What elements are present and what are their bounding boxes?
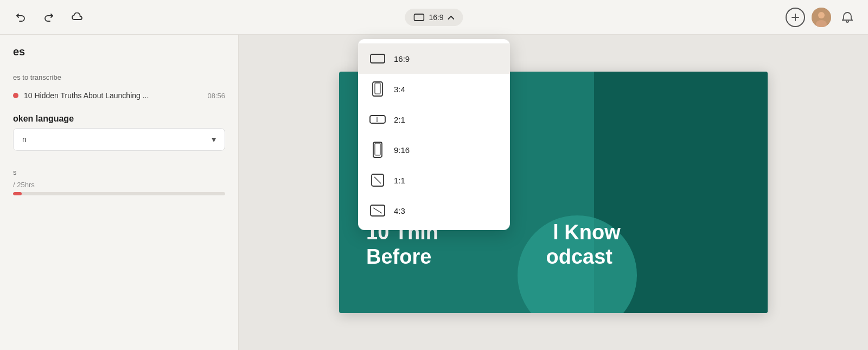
svg-line-12 [374, 177, 381, 183]
language-dropdown-container: n English Spanish French ▼ [13, 128, 225, 151]
file-status-dot [13, 93, 18, 98]
spoken-language-title: oken language [0, 105, 238, 128]
aspect-ratio-label: 16:9 [429, 13, 443, 22]
toolbar-center: 16:9 [405, 9, 463, 26]
sidebar: es es to transcribe 10 Hidden Truths Abo… [0, 35, 239, 350]
portrait-icon [369, 80, 386, 98]
aspect-ratio-button[interactable]: 16:9 [405, 9, 463, 26]
file-item[interactable]: 10 Hidden Truths About Launching ... 08:… [0, 86, 238, 105]
landscape-icon [369, 50, 386, 67]
landscape-standard-icon [369, 202, 386, 219]
svg-rect-0 [414, 14, 424, 21]
hours-bar-fill [13, 192, 22, 195]
aspect-label-16-9: 16:9 [394, 54, 410, 63]
toolbar-right [786, 8, 857, 27]
portrait-tall-icon [369, 141, 386, 158]
aspect-option-2-1[interactable]: 2:1 [358, 104, 510, 135]
aspect-option-1-1[interactable]: 1:1 [358, 165, 510, 195]
aspect-label-3-4: 3:4 [394, 85, 405, 94]
sidebar-title: es [0, 46, 238, 67]
svg-point-2 [818, 12, 825, 18]
cloud-button[interactable] [67, 8, 87, 27]
svg-rect-4 [371, 54, 385, 63]
aspect-label-2-1: 2:1 [394, 115, 405, 124]
canvas-area: 10 Thin l Know Before odcast [239, 35, 868, 350]
undo-button[interactable] [11, 8, 30, 27]
redo-button[interactable] [39, 8, 59, 27]
aspect-ratio-dropdown: 16:9 3:4 2:1 9:16 [358, 39, 510, 230]
avatar[interactable] [812, 8, 831, 27]
slide-text-line2: Before odcast [366, 245, 741, 270]
hours-bar-background [13, 192, 225, 195]
transcribe-label: es to transcribe [0, 67, 238, 86]
toolbar-left [11, 8, 87, 27]
svg-rect-10 [375, 143, 380, 155]
svg-line-14 [373, 208, 382, 213]
aspect-label-9-16: 9:16 [394, 145, 410, 155]
aspect-option-16-9[interactable]: 16:9 [358, 43, 510, 74]
aspect-label-1-1: 1:1 [394, 176, 405, 185]
svg-rect-7 [370, 116, 385, 123]
svg-rect-6 [375, 83, 380, 94]
square-icon [369, 171, 386, 189]
hours-progress-label: / 25hrs [13, 181, 225, 189]
aspect-option-4-3[interactable]: 4:3 [358, 195, 510, 226]
chevron-up-icon [448, 15, 455, 20]
hours-bar-section: / 25hrs [0, 181, 238, 195]
toolbar: 16:9 [0, 0, 868, 35]
add-button[interactable] [786, 8, 805, 27]
landscape-wide-icon [369, 111, 386, 128]
language-select[interactable]: n English Spanish French [13, 128, 225, 151]
aspect-option-3-4[interactable]: 3:4 [358, 74, 510, 104]
aspect-label-4-3: 4:3 [394, 206, 405, 215]
aspect-option-9-16[interactable]: 9:16 [358, 135, 510, 165]
file-duration: 08:56 [207, 92, 225, 100]
hours-section-label: s [0, 162, 238, 181]
language-dropdown-wrapper: n English Spanish French ▼ [0, 128, 238, 151]
notifications-button[interactable] [838, 8, 857, 27]
file-name: 10 Hidden Truths About Launching ... [24, 91, 202, 100]
